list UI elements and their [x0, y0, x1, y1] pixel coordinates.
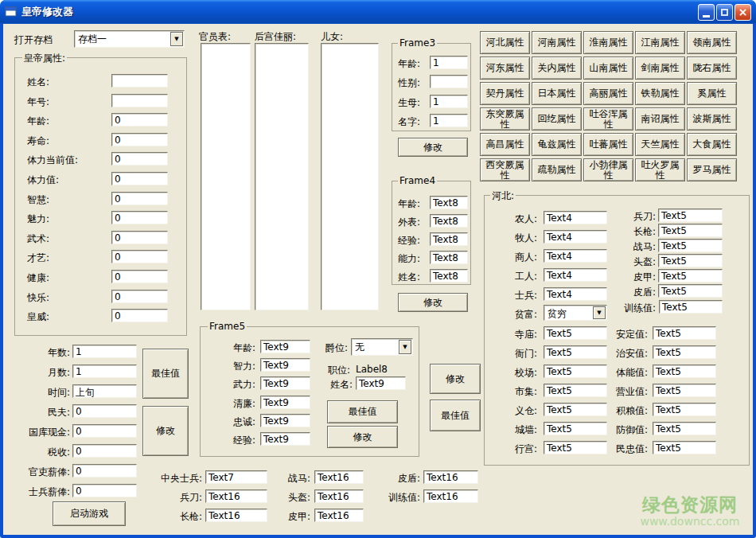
officer-name-input[interactable]: Text9 — [356, 376, 406, 390]
hebei-weapon-input[interactable]: Text5 — [658, 209, 723, 222]
hebei-stat-input[interactable]: Text5 — [653, 384, 716, 397]
hebei-pop-input[interactable]: Text4 — [544, 230, 607, 244]
close-button[interactable]: × — [735, 4, 751, 21]
province-button[interactable]: 奚属性 — [687, 82, 737, 105]
officials-listbox[interactable] — [201, 43, 251, 310]
children-listbox[interactable] — [321, 43, 379, 310]
province-button[interactable]: 大食属性 — [687, 133, 737, 156]
hebei-building-input[interactable]: Text5 — [544, 403, 607, 416]
central-field-input[interactable]: Text16 — [205, 489, 267, 503]
hebei-pop-input[interactable]: Text4 — [544, 249, 607, 263]
archive-combobox[interactable]: 存档一 ▼ — [74, 30, 185, 48]
central-field-input[interactable]: Text16 — [314, 489, 364, 503]
hebei-building-input[interactable]: Text5 — [544, 326, 607, 340]
frame5-best-button[interactable]: 最佳值 — [327, 400, 398, 423]
chevron-down-icon[interactable]: ▼ — [170, 32, 183, 46]
province-button[interactable]: 吐蕃属性 — [583, 133, 633, 156]
province-button[interactable]: 吐火罗属性 — [635, 158, 685, 181]
province-button[interactable]: 东突厥属性 — [480, 107, 530, 131]
mid-modify-button[interactable]: 修改 — [430, 364, 481, 394]
hebei-train-input[interactable]: Text5 — [659, 300, 723, 314]
title-bar[interactable]: 皇帝修改器 × — [0, 0, 756, 24]
emperor-field-input[interactable]: 0 — [111, 192, 168, 205]
province-button[interactable]: 山南属性 — [583, 57, 633, 80]
frame3-field-input[interactable]: 1 — [430, 114, 468, 127]
state-modify-button[interactable]: 修改 — [142, 406, 189, 456]
frame5-field-input[interactable]: Text9 — [260, 358, 310, 372]
province-button[interactable]: 淮南属性 — [583, 31, 633, 54]
frame3-field-input[interactable] — [430, 75, 468, 88]
wealth-combobox[interactable]: 贫穷 ▼ — [544, 305, 607, 321]
hebei-stat-input[interactable]: Text5 — [653, 326, 716, 340]
emperor-field-input[interactable] — [111, 94, 168, 107]
frame4-field-input[interactable]: Text8 — [430, 196, 468, 209]
central-field-input[interactable]: Text16 — [423, 470, 478, 484]
province-button[interactable]: 西突厥属性 — [480, 158, 530, 181]
chevron-down-icon[interactable]: ▼ — [593, 306, 606, 319]
hebei-stat-input[interactable]: Text5 — [653, 345, 716, 359]
province-button[interactable]: 剑南属性 — [635, 57, 685, 80]
province-button[interactable]: 陇右属性 — [687, 57, 737, 80]
province-button[interactable]: 南诏属性 — [635, 107, 685, 131]
province-button[interactable]: 日本属性 — [532, 82, 582, 105]
emperor-field-input[interactable]: 0 — [111, 133, 168, 146]
province-button[interactable]: 领南属性 — [687, 31, 737, 54]
emperor-field-input[interactable]: 0 — [111, 250, 168, 263]
frame5-field-input[interactable]: Text9 — [260, 414, 310, 427]
hebei-stat-input[interactable]: Text5 — [653, 403, 716, 416]
central-field-input[interactable]: Text16 — [314, 470, 364, 484]
state-best-button[interactable]: 最佳值 — [142, 349, 189, 399]
hebei-building-input[interactable]: Text5 — [544, 365, 607, 378]
central-field-input[interactable]: Text16 — [314, 509, 364, 522]
frame3-field-input[interactable]: 1 — [430, 95, 468, 108]
hebei-building-input[interactable]: Text5 — [544, 441, 607, 454]
province-button[interactable]: 回纥属性 — [532, 107, 582, 131]
hebei-weapon-input[interactable]: Text5 — [658, 239, 723, 252]
central-field-input[interactable]: Text7 — [205, 470, 267, 484]
emperor-field-input[interactable] — [111, 74, 168, 88]
province-button[interactable]: 关内属性 — [532, 57, 582, 80]
frame3-modify-button[interactable]: 修改 — [398, 138, 468, 157]
hebei-pop-input[interactable]: Text4 — [544, 268, 607, 282]
hebei-stat-input[interactable]: Text5 — [653, 365, 716, 378]
emperor-field-input[interactable]: 0 — [111, 152, 168, 166]
hebei-weapon-input[interactable]: Text5 — [658, 269, 723, 283]
emperor-field-input[interactable]: 0 — [111, 113, 168, 127]
hebei-building-input[interactable]: Text5 — [544, 345, 607, 359]
province-button[interactable]: 铁勒属性 — [635, 82, 685, 105]
province-button[interactable]: 高丽属性 — [583, 82, 633, 105]
province-button[interactable]: 龟兹属性 — [532, 133, 582, 156]
province-button[interactable]: 波斯属性 — [687, 107, 737, 131]
state-field-input[interactable]: 0 — [72, 464, 137, 478]
emperor-field-input[interactable]: 0 — [111, 231, 168, 244]
province-button[interactable]: 小勃律属性 — [583, 158, 633, 181]
state-field-input[interactable]: 0 — [72, 484, 137, 497]
frame4-field-input[interactable]: Text8 — [430, 214, 468, 228]
frame4-field-input[interactable]: Text8 — [430, 269, 468, 283]
frame5-field-input[interactable]: Text9 — [260, 376, 310, 390]
emperor-field-input[interactable]: 0 — [111, 172, 168, 185]
state-field-input[interactable]: 0 — [72, 424, 137, 438]
hebei-weapon-input[interactable]: Text5 — [658, 254, 723, 267]
hebei-building-input[interactable]: Text5 — [544, 422, 607, 435]
province-button[interactable]: 契丹属性 — [480, 82, 530, 105]
frame4-field-input[interactable]: Text8 — [430, 232, 468, 246]
frame5-field-input[interactable]: Text9 — [260, 340, 310, 353]
state-field-input[interactable]: 1 — [72, 365, 137, 378]
province-button[interactable]: 疏勒属性 — [532, 158, 582, 181]
hebei-weapon-input[interactable]: Text5 — [658, 224, 723, 237]
hebei-building-input[interactable]: Text5 — [544, 384, 607, 397]
hebei-pop-input[interactable]: Text4 — [544, 287, 607, 301]
frame5-field-input[interactable]: Text9 — [260, 432, 310, 446]
state-field-input[interactable]: 上旬 — [72, 384, 137, 398]
maximize-button[interactable] — [716, 4, 733, 21]
chevron-down-icon[interactable]: ▼ — [399, 340, 411, 354]
state-field-input[interactable]: 0 — [72, 444, 137, 458]
province-button[interactable]: 河东属性 — [480, 57, 530, 80]
province-button[interactable]: 天竺属性 — [635, 133, 685, 156]
province-button[interactable]: 吐谷浑属性 — [583, 107, 633, 131]
province-button[interactable]: 河北属性 — [480, 31, 530, 54]
emperor-field-input[interactable]: 0 — [111, 290, 168, 303]
minimize-button[interactable] — [698, 4, 715, 21]
frame5-field-input[interactable]: Text9 — [260, 396, 310, 409]
